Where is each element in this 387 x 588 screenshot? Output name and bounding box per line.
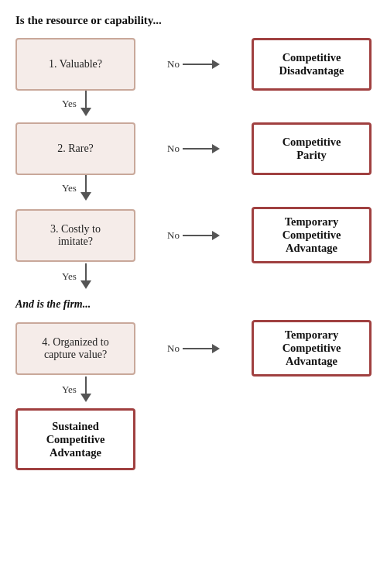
- final-result-box: Sustained Competitive Advantage: [15, 408, 135, 470]
- arrow-area-4: No: [135, 342, 252, 355]
- arrow-area-3: No: [135, 229, 252, 242]
- row-3: 3. Costly to imitate? No Temporary Compe…: [15, 207, 372, 263]
- no-label-1: No: [167, 58, 180, 70]
- yes-label-2: Yes: [62, 182, 77, 194]
- section-mid-label: And is the firm...: [15, 298, 91, 311]
- horiz-arrow-head-3: [212, 231, 220, 240]
- horiz-arrow-line-2: [183, 148, 212, 150]
- yes-label-1: Yes: [62, 98, 77, 110]
- horiz-arrow-line-1: [183, 64, 212, 65]
- question-box-2: 2. Rare?: [15, 122, 135, 175]
- down-arrow-line-3: [85, 263, 87, 280]
- horiz-arrow-head-4: [212, 344, 220, 353]
- horiz-arrow-2: [183, 144, 220, 153]
- horiz-arrow-line-4: [183, 348, 212, 349]
- horiz-arrow-4: [183, 344, 220, 353]
- question-box-4: 4. Organized to capture value?: [15, 322, 135, 375]
- row-4: 4. Organized to capture value? No Tempor…: [15, 320, 372, 377]
- yes-label-3: Yes: [62, 270, 77, 283]
- yes-label-4: Yes: [62, 383, 77, 396]
- arrow-area-2: No: [135, 143, 252, 155]
- no-label-3: No: [167, 229, 180, 242]
- horiz-arrow-1: [183, 60, 220, 69]
- yes-row-3: Yes: [15, 263, 91, 289]
- result-box-1: Competitive Disadvantage: [252, 38, 372, 91]
- down-arrow-line-4: [85, 377, 87, 394]
- horiz-arrow-head-2: [212, 144, 220, 153]
- page-title: Is the resource or capability...: [15, 14, 162, 27]
- arrow-area-1: No: [135, 58, 252, 70]
- row-2: 2. Rare? No Competitive Parity: [15, 122, 372, 175]
- horiz-arrow-line-3: [183, 235, 212, 236]
- yes-row-2: Yes: [15, 175, 91, 201]
- horiz-arrow-head-1: [212, 60, 220, 69]
- down-arrow-3: [80, 263, 91, 289]
- down-arrow-head-4: [80, 394, 91, 402]
- down-arrow-head-2: [80, 192, 91, 201]
- down-arrow-line-2: [85, 175, 87, 192]
- yes-row-1: Yes: [15, 91, 91, 116]
- horiz-arrow-3: [183, 231, 220, 240]
- down-arrow-4: [80, 377, 91, 402]
- down-arrow-1: [80, 91, 91, 116]
- question-box-1: 1. Valuable?: [15, 38, 135, 91]
- down-arrow-line-1: [85, 91, 87, 108]
- yes-row-4: Yes: [15, 377, 91, 402]
- row-1: 1. Valuable? No Competitive Disadvantage: [15, 38, 372, 91]
- down-arrow-2: [80, 175, 91, 201]
- down-arrow-head-3: [80, 280, 91, 289]
- question-box-3: 3. Costly to imitate?: [15, 209, 135, 262]
- result-box-2: Competitive Parity: [252, 122, 372, 175]
- no-label-2: No: [167, 143, 180, 155]
- down-arrow-head-1: [80, 108, 91, 116]
- flowchart: Is the resource or capability... 1. Valu…: [15, 14, 372, 470]
- result-box-3: Temporary Competitive Advantage: [252, 207, 372, 263]
- result-box-4: Temporary Competitive Advantage: [252, 320, 372, 377]
- no-label-4: No: [167, 342, 180, 355]
